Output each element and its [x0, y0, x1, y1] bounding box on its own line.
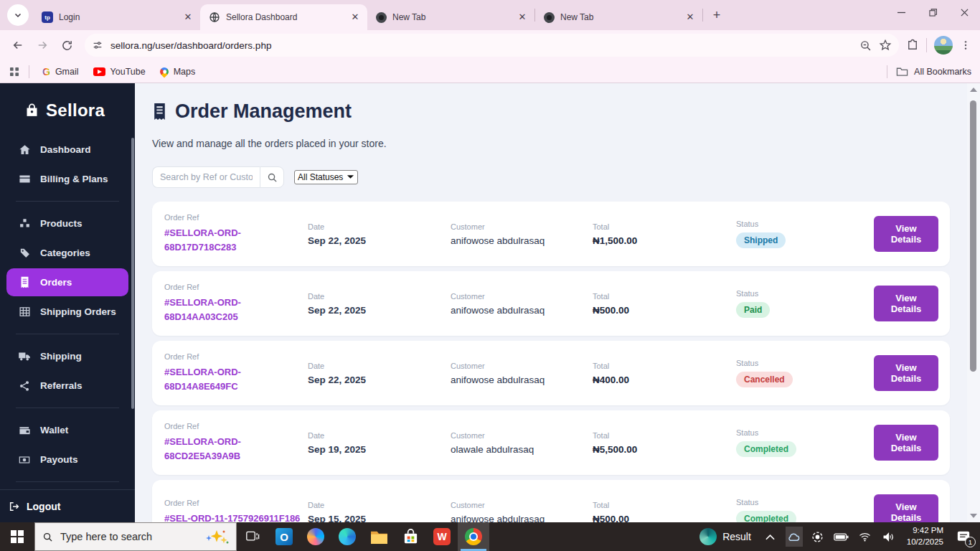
chevron-up-icon	[765, 534, 775, 540]
logout-button[interactable]: Logout	[0, 489, 135, 522]
status-filter-select[interactable]: All Statuses	[294, 170, 358, 184]
brand: Sellora	[0, 83, 135, 123]
order-ref-link[interactable]: #SELLORA-ORD- 68D14AA03C205	[164, 297, 241, 322]
profile-avatar[interactable]	[934, 36, 953, 55]
wifi-tray-icon[interactable]	[857, 527, 874, 547]
taskbar-app-file-explorer[interactable]	[363, 522, 395, 551]
sidebar-item-wallet[interactable]: Wallet	[0, 415, 135, 445]
forward-button[interactable]	[32, 34, 53, 56]
close-window-button[interactable]	[948, 0, 980, 24]
order-ref-link[interactable]: #SELLORA-ORD- 68D14A8E649FC	[164, 367, 241, 392]
news-widget[interactable]: Result	[695, 528, 755, 545]
order-total-cell: Total ₦500.00	[593, 501, 736, 523]
bookmark-youtube[interactable]: YouTube	[89, 65, 150, 79]
tab-sellora-dashboard[interactable]: Sellora Dashboard ✕	[200, 4, 367, 30]
sidebar-item-referrals[interactable]: Referrals	[0, 371, 135, 400]
url-bar[interactable]: sellora.ng/user/dashboard/orders.php	[85, 34, 899, 57]
bookmark-maps[interactable]: Maps	[156, 65, 200, 79]
order-status-cell: Status Completed	[736, 498, 874, 522]
search-button[interactable]	[260, 166, 284, 188]
bookmark-star-icon[interactable]	[879, 39, 892, 52]
restore-button[interactable]	[917, 0, 948, 24]
battery-tray-icon[interactable]	[833, 527, 850, 547]
tab-new-tab-1[interactable]: New Tab ✕	[367, 4, 534, 30]
search-group	[152, 166, 284, 188]
task-view-button[interactable]	[237, 522, 268, 551]
status-filter-value: All Statuses	[298, 172, 343, 182]
sidebar-item-shipping-orders[interactable]: Shipping Orders	[0, 297, 135, 326]
start-button[interactable]	[0, 522, 34, 551]
minimize-button[interactable]	[885, 0, 917, 24]
order-customer-cell: Customer anifowose abdulrasaq	[451, 292, 593, 316]
sidebar-item-payouts[interactable]: Payouts	[0, 445, 135, 474]
back-button[interactable]	[7, 34, 29, 56]
search-input[interactable]	[152, 166, 260, 188]
sidebar-item-label: Payouts	[40, 454, 78, 465]
scrollbar-thumb[interactable]	[970, 100, 976, 372]
view-details-button[interactable]: View Details	[874, 425, 938, 461]
tray-expand-button[interactable]	[762, 527, 779, 547]
reload-button[interactable]	[56, 34, 77, 56]
sidebar-item-orders[interactable]: Orders	[6, 268, 128, 296]
clock-date: 10/2/2025	[907, 537, 943, 548]
scroll-up-arrow[interactable]	[967, 85, 980, 95]
sidebar-item-dashboard[interactable]: Dashboard	[0, 135, 135, 164]
tab-new-tab-2[interactable]: New Tab ✕	[535, 4, 702, 30]
menu-dots-icon[interactable]	[960, 39, 971, 51]
onedrive-tray-icon[interactable]	[786, 527, 803, 547]
new-tab-button[interactable]: +	[707, 6, 726, 24]
view-details-button[interactable]: View Details	[874, 216, 938, 252]
window-controls	[885, 0, 980, 24]
filter-controls: All Statuses	[152, 166, 950, 188]
logout-label: Logout	[27, 501, 60, 512]
taskbar-app-edge[interactable]	[331, 522, 363, 551]
taskbar-app-store[interactable]	[395, 522, 426, 551]
taskbar-app-chrome[interactable]	[458, 522, 489, 551]
tab-close-icon[interactable]: ✕	[684, 11, 697, 24]
order-ref-link[interactable]: #SELLORA-ORD- 68CD2E5A39A9B	[164, 436, 241, 461]
extensions-icon[interactable]	[906, 39, 919, 52]
cast-tray-icon[interactable]	[809, 527, 826, 547]
chrome-icon	[465, 528, 482, 545]
status-badge: Shipped	[736, 232, 786, 248]
customer-value: olawale abdulrasaq	[451, 444, 593, 455]
taskbar-app-wps[interactable]: W	[426, 522, 458, 551]
apps-grid-icon[interactable]	[9, 66, 20, 77]
view-details-button[interactable]: View Details	[874, 355, 938, 391]
page-scrollbar[interactable]	[967, 83, 980, 522]
all-bookmarks[interactable]: All Bookmarks	[884, 65, 971, 78]
page-viewport: Sellora Dashboard Billing & Plans Produc…	[0, 83, 980, 522]
zoom-icon[interactable]	[859, 39, 872, 52]
copilot-icon	[307, 528, 324, 545]
customer-label: Customer	[451, 501, 593, 509]
sidebar-item-categories[interactable]: Categories	[0, 238, 135, 268]
order-ref-link[interactable]: #SEL-ORD-11-1757926911F186	[164, 513, 300, 522]
browser-toolbar: sellora.ng/user/dashboard/orders.php	[0, 30, 980, 60]
bookmark-gmail[interactable]: G Gmail	[38, 64, 83, 80]
tab-close-icon[interactable]: ✕	[349, 11, 362, 24]
sidebar-item-billing[interactable]: Billing & Plans	[0, 164, 135, 194]
taskbar-app-outlook[interactable]: O	[268, 522, 300, 551]
total-label: Total	[593, 431, 736, 440]
view-details-button[interactable]: View Details	[874, 494, 938, 522]
order-action-cell: View Details	[874, 355, 950, 391]
taskbar-search[interactable]: Type here to search	[34, 522, 237, 551]
tab-close-icon[interactable]: ✕	[182, 11, 194, 24]
taskbar-app-copilot[interactable]	[300, 522, 331, 551]
volume-tray-icon[interactable]	[880, 527, 897, 547]
order-ref-link[interactable]: #SELLORA-ORD- 68D17D718C283	[164, 227, 241, 253]
scroll-down-arrow[interactable]	[967, 511, 980, 521]
order-status-cell: Status Completed	[736, 428, 874, 457]
notification-center-button[interactable]: 1	[953, 527, 974, 547]
tab-close-icon[interactable]: ✕	[516, 11, 529, 24]
tab-login[interactable]: tp Login ✕	[33, 4, 200, 30]
sidebar-item-products[interactable]: Products	[0, 209, 135, 238]
sidebar-item-shipping[interactable]: Shipping	[0, 342, 135, 371]
view-details-button[interactable]: View Details	[874, 286, 938, 321]
taskbar-search-placeholder: Type here to search	[60, 531, 197, 542]
tab-search-chevron[interactable]	[7, 4, 29, 26]
sidebar-scrollbar[interactable]	[131, 138, 134, 409]
taskbar-clock[interactable]: 9:42 PM 10/2/2025	[904, 525, 946, 547]
task-view-icon	[245, 530, 260, 543]
order-date-cell: Date Sep 22, 2025	[308, 362, 451, 385]
